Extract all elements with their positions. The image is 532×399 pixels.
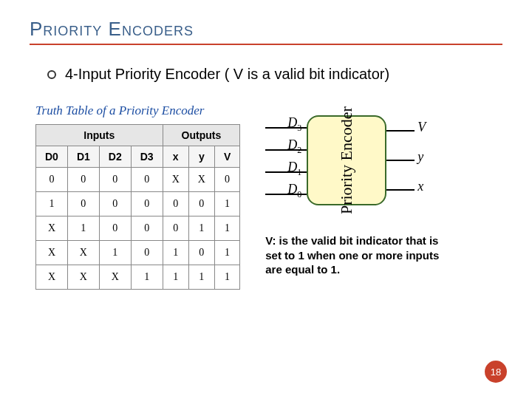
encoder-box-label: Priority Encoder [338,106,355,214]
bullet-icon [47,70,56,79]
truth-table-title: Truth Table of a Priority Encoder [35,103,240,118]
col-d2: D2 [99,146,131,168]
table-row: XX10101 [36,241,240,265]
wire [386,130,415,132]
truth-table-block: Truth Table of a Priority Encoder Inputs… [35,103,240,290]
cell: 0 [188,241,214,265]
table-row: 1000001 [36,192,240,216]
cell: 1 [188,216,214,241]
table-row: 0000XX0 [36,168,240,192]
cell: 1 [99,241,131,265]
title-underline [30,44,502,45]
wire [386,189,415,191]
cell: 0 [131,241,163,265]
cell: 0 [67,192,99,216]
pin-d3: D3 [287,115,301,134]
cell: 0 [67,168,99,192]
pin-v: V [417,120,426,135]
cell: 0 [131,168,163,192]
col-d0: D0 [36,146,68,168]
cell: 0 [131,216,163,241]
col-v: V [214,146,239,168]
cell: 1 [163,265,188,290]
cell: X [36,241,68,265]
slide-title: Priority Encoders [30,18,502,41]
valid-bit-explain: V: is the valid bit indicator that is se… [265,233,457,277]
pin-d2: D2 [287,137,301,156]
col-x: x [163,146,188,168]
cell: X [67,241,99,265]
cell: 1 [131,265,163,290]
cell: X [99,265,131,290]
cell: X [163,168,188,192]
cell: 0 [163,192,188,216]
cell: 1 [36,192,68,216]
cell: 1 [214,192,239,216]
table-row: XXX1111 [36,265,240,290]
col-d3: D3 [131,146,163,168]
cell: 1 [163,241,188,265]
cell: 1 [67,216,99,241]
cell: 0 [99,168,131,192]
col-y: y [188,146,214,168]
bullet-item: 4-Input Priority Encoder ( V is a valid … [30,66,502,83]
table-row: X100011 [36,216,240,241]
cell: 0 [188,192,214,216]
cell: 1 [214,216,239,241]
pin-x: x [417,179,423,194]
cell: 1 [214,265,239,290]
cell: 0 [99,216,131,241]
cell: 1 [188,265,214,290]
encoder-diagram: Priority Encoder D3 D2 D1 D0 V y x [265,115,435,211]
cell: X [67,265,99,290]
header-outputs: Outputs [163,125,240,146]
pin-d0: D0 [287,182,301,200]
cell: X [36,216,68,241]
cell: X [36,265,68,290]
wire [386,160,415,161]
cell: 0 [131,192,163,216]
pin-y: y [417,149,423,165]
cell: 0 [214,168,239,192]
pin-d1: D1 [287,160,301,178]
cell: 1 [214,241,239,265]
cell: X [188,168,214,192]
bullet-text: 4-Input Priority Encoder ( V is a valid … [65,66,389,83]
cell: 0 [163,216,188,241]
header-inputs: Inputs [36,125,163,146]
cell: 0 [99,192,131,216]
encoder-box: Priority Encoder [307,115,386,205]
col-d1: D1 [67,146,99,168]
truth-table: Inputs Outputs D0 D1 D2 D3 x y V [35,124,240,290]
page-number: 18 [485,361,507,383]
cell: 0 [36,168,68,192]
